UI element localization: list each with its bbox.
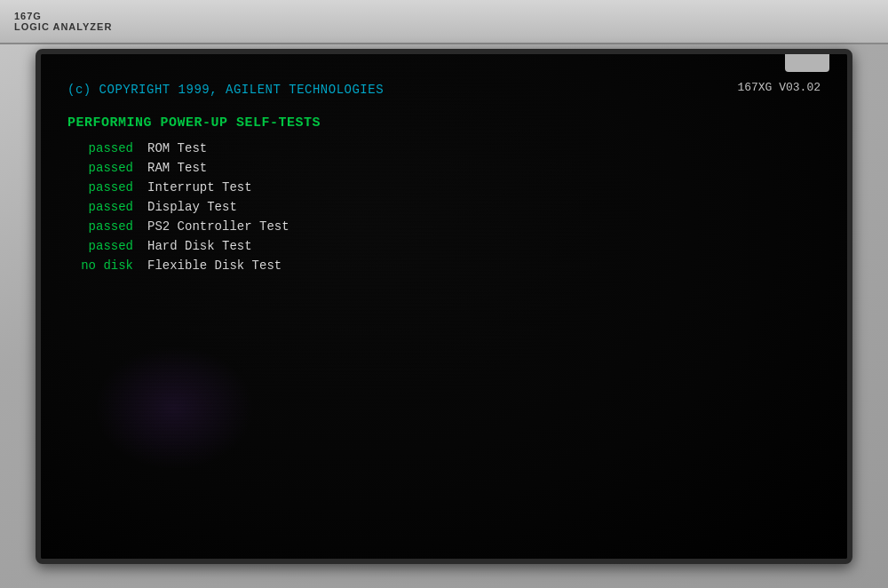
test-row: passedPS2 Controller Test — [67, 218, 821, 236]
performing-line: PERFORMING POWER-UP SELF-TESTS — [67, 114, 821, 134]
test-status: passed — [67, 218, 147, 236]
test-status: passed — [67, 179, 147, 197]
instrument-label: 167G LOGIC ANALYZER — [14, 11, 112, 32]
instrument-bezel: 167G LOGIC ANALYZER 167XG V03.02 (c) COP… — [0, 0, 888, 588]
test-status: no disk — [67, 257, 147, 275]
test-name: Display Test — [147, 198, 237, 217]
test-status: passed — [67, 139, 147, 158]
test-name: PS2 Controller Test — [147, 218, 289, 236]
test-name: Flexible Disk Test — [147, 257, 281, 275]
test-status: passed — [67, 237, 147, 256]
copyright-line: (c) COPYRIGHT 1999, AGILENT TECHNOLOGIES — [67, 81, 821, 99]
test-row: passedDisplay Test — [67, 198, 821, 217]
test-row: no diskFlexible Disk Test — [67, 257, 821, 275]
test-name: ROM Test — [147, 139, 207, 158]
screen-surface: 167XG V03.02 (c) COPYRIGHT 1999, AGILENT… — [41, 54, 847, 559]
test-status: passed — [67, 198, 147, 217]
screen-glare — [785, 54, 829, 72]
crt-screen: 167XG V03.02 (c) COPYRIGHT 1999, AGILENT… — [36, 49, 852, 564]
test-status: passed — [67, 159, 147, 178]
test-list: passedROM TestpassedRAM TestpassedInterr… — [67, 139, 821, 275]
test-row: passedInterrupt Test — [67, 179, 821, 197]
test-name: Hard Disk Test — [147, 237, 252, 256]
screen-content: (c) COPYRIGHT 1999, AGILENT TECHNOLOGIES… — [67, 81, 821, 532]
test-row: passedHard Disk Test — [67, 237, 821, 256]
test-name: RAM Test — [147, 159, 207, 178]
test-name: Interrupt Test — [147, 179, 252, 197]
test-row: passedRAM Test — [67, 159, 821, 178]
bezel-top-bar: 167G LOGIC ANALYZER — [0, 0, 888, 44]
test-row: passedROM Test — [67, 139, 821, 158]
